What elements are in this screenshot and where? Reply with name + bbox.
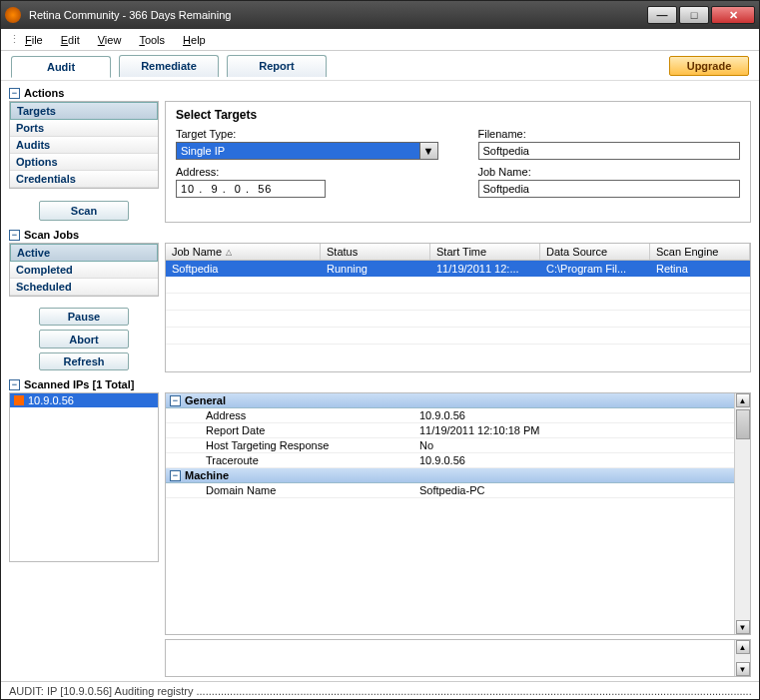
target-type-select[interactable]: Single IP ▼ — [176, 142, 438, 160]
col-start[interactable]: Start Time — [430, 244, 540, 260]
scroll-down-icon[interactable]: ▼ — [736, 620, 750, 634]
close-button[interactable]: ✕ — [711, 6, 755, 24]
maximize-button[interactable]: □ — [679, 6, 709, 24]
jobname-label: Job Name: — [478, 166, 741, 178]
scan-button[interactable]: Scan — [39, 201, 129, 221]
collapse-scannedips-icon[interactable]: − — [9, 379, 20, 390]
nav-completed[interactable]: Completed — [10, 262, 158, 279]
scrollbar[interactable]: ▲ ▼ — [734, 640, 750, 676]
ip-label: 10.9.0.56 — [28, 394, 74, 406]
nav-scheduled[interactable]: Scheduled — [10, 279, 158, 296]
collapse-machine-icon[interactable]: − — [170, 470, 181, 481]
menu-edit[interactable]: Edit — [53, 32, 88, 48]
tab-remediate[interactable]: Remediate — [119, 55, 219, 77]
refresh-button[interactable]: Refresh — [39, 352, 129, 370]
scannedips-heading: Scanned IPs [1 Total] — [24, 378, 134, 390]
target-type-label: Target Type: — [176, 128, 438, 140]
nav-audits[interactable]: Audits — [10, 137, 158, 154]
scroll-up-icon[interactable]: ▲ — [736, 640, 750, 654]
tab-report[interactable]: Report — [227, 55, 327, 77]
nav-options[interactable]: Options — [10, 154, 158, 171]
actions-nav: Targets Ports Audits Options Credentials — [9, 101, 159, 189]
titlebar[interactable]: Retina Community - 366 Days Remaining — … — [1, 1, 759, 29]
table-row[interactable]: Softpedia Running 11/19/2011 12:... C:\P… — [166, 261, 750, 277]
ip-list[interactable]: 10.9.0.56 — [9, 392, 159, 562]
collapse-actions-icon[interactable]: − — [9, 88, 20, 99]
app-icon — [5, 7, 21, 23]
nav-active[interactable]: Active — [10, 244, 158, 262]
scrollbar[interactable]: ▲ ▼ — [734, 393, 750, 634]
window-title: Retina Community - 366 Days Remaining — [25, 9, 647, 21]
table-row — [166, 328, 750, 345]
actions-heading: Actions — [24, 87, 64, 99]
nav-credentials[interactable]: Credentials — [10, 171, 158, 188]
collapse-general-icon[interactable]: − — [170, 395, 181, 406]
abort-button[interactable]: Abort — [39, 330, 129, 348]
prop-row: Host Targeting ResponseNo — [166, 438, 750, 453]
prop-row: Domain NameSoftpedia-PC — [166, 483, 750, 498]
menubar-grip[interactable]: ⋮ — [9, 33, 15, 46]
menu-file[interactable]: File — [17, 32, 51, 48]
menu-view[interactable]: View — [90, 32, 130, 48]
pause-button[interactable]: Pause — [39, 308, 129, 326]
chevron-down-icon[interactable]: ▼ — [419, 143, 437, 159]
menubar: ⋮ File Edit View Tools Help — [1, 29, 759, 51]
table-row — [166, 277, 750, 294]
jobs-table[interactable]: Job Name△ Status Start Time Data Source … — [165, 243, 751, 372]
sort-asc-icon: △ — [226, 248, 232, 257]
group-machine[interactable]: − Machine — [166, 468, 750, 483]
col-eng[interactable]: Scan Engine — [650, 244, 750, 260]
jobname-input[interactable] — [478, 180, 741, 198]
col-src[interactable]: Data Source — [540, 244, 650, 260]
prop-row: Address10.9.0.56 — [166, 408, 750, 423]
minimize-button[interactable]: — — [647, 6, 677, 24]
tab-audit[interactable]: Audit — [11, 56, 111, 78]
target-type-value: Single IP — [181, 145, 225, 157]
property-grid[interactable]: − General Address10.9.0.56 Report Date11… — [165, 392, 751, 635]
scanjobs-heading: Scan Jobs — [24, 229, 79, 241]
filename-input[interactable] — [478, 142, 741, 160]
group-general[interactable]: − General — [166, 393, 750, 408]
menu-tools[interactable]: Tools — [131, 32, 173, 48]
nav-ports[interactable]: Ports — [10, 120, 158, 137]
upgrade-button[interactable]: Upgrade — [669, 56, 749, 76]
targets-panel: Select Targets Target Type: Single IP ▼ … — [165, 101, 751, 223]
address-input[interactable] — [176, 180, 326, 198]
table-row — [166, 311, 750, 328]
table-row — [166, 294, 750, 311]
menu-help[interactable]: Help — [175, 32, 214, 48]
address-label: Address: — [176, 166, 438, 178]
prop-row: Report Date11/19/2011 12:10:18 PM — [166, 423, 750, 438]
nav-targets[interactable]: Targets — [10, 102, 158, 120]
col-status[interactable]: Status — [321, 244, 430, 260]
status-icon — [14, 395, 24, 405]
output-panel: ▲ ▼ — [165, 639, 751, 677]
status-text: AUDIT: IP [10.9.0.56] Auditing registry … — [9, 685, 751, 697]
filename-label: Filename: — [478, 128, 741, 140]
statusbar: AUDIT: IP [10.9.0.56] Auditing registry … — [1, 681, 759, 699]
list-item[interactable]: 10.9.0.56 — [10, 393, 158, 407]
scroll-thumb[interactable] — [736, 409, 750, 439]
scroll-down-icon[interactable]: ▼ — [736, 662, 750, 676]
select-targets-heading: Select Targets — [176, 108, 740, 122]
scroll-up-icon[interactable]: ▲ — [736, 393, 750, 407]
collapse-scanjobs-icon[interactable]: − — [9, 230, 20, 241]
col-jobname[interactable]: Job Name△ — [166, 244, 321, 260]
jobs-nav: Active Completed Scheduled — [9, 243, 159, 297]
prop-row: Traceroute10.9.0.56 — [166, 453, 750, 468]
